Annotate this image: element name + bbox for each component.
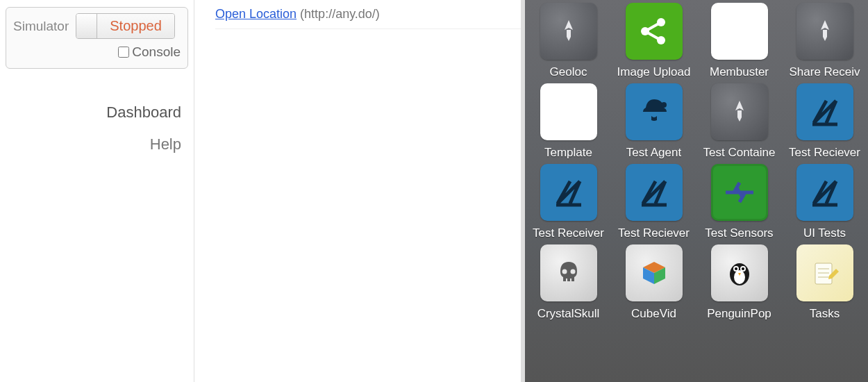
location-url-text: (http://any.do/) [300, 7, 380, 21]
app-label: Geoloc [550, 65, 587, 79]
nav-dashboard[interactable]: Dashboard [6, 103, 181, 122]
simulator-status-text: Stopped [97, 14, 174, 38]
compass-icon [796, 83, 853, 140]
notes-icon [796, 244, 853, 301]
simulator-label: Simulator [13, 19, 69, 34]
app-label: Share Receiv [789, 65, 860, 79]
open-location-link[interactable]: Open Location [215, 7, 297, 21]
sidebar: Simulator Stopped Console Dashboard Help [0, 0, 194, 382]
skull-icon [540, 244, 597, 301]
blank-icon [711, 3, 768, 60]
app-image-upload[interactable]: Image Upload [613, 3, 694, 79]
app-label: CubeVid [631, 307, 676, 321]
share-icon [626, 3, 683, 60]
nav-help[interactable]: Help [6, 135, 181, 153]
console-label: Console [132, 44, 181, 60]
svg-point-3 [661, 102, 667, 108]
rocket-icon [711, 83, 768, 140]
compass-icon [626, 164, 683, 221]
app-label: Test Receiver [533, 226, 604, 240]
rocket-icon [796, 3, 853, 60]
svg-point-7 [734, 270, 745, 284]
app-label: Test Reciever [789, 146, 860, 160]
cube-icon [626, 244, 683, 301]
app-label: Test Containe [703, 146, 776, 160]
app-label: PenguinPop [707, 307, 771, 321]
console-checkbox[interactable] [118, 47, 129, 58]
simulator-toggle-button[interactable]: Stopped [76, 13, 175, 39]
app-label: CrystalSkull [537, 307, 600, 321]
svg-rect-12 [815, 263, 832, 284]
sherlock-icon [626, 83, 683, 140]
compass-icon [796, 164, 853, 221]
app-label: Membuster [710, 65, 769, 79]
app-test-receiver1[interactable]: Test Reciever [784, 83, 865, 160]
app-template[interactable]: Template [528, 83, 609, 160]
main-content: Open Location (http://any.do/) Geoloc Im… [194, 0, 868, 382]
app-test-receiver2[interactable]: Test Receiver [528, 164, 609, 240]
svg-point-11 [742, 267, 744, 270]
app-tasks[interactable]: Tasks [784, 244, 865, 321]
svg-point-10 [735, 267, 737, 270]
simulator-control-panel: Simulator Stopped Console [6, 7, 188, 69]
app-penguinpop[interactable]: PenguinPop [699, 244, 780, 321]
device-simulator-screen: Geoloc Image Upload Membuster Share Rece… [521, 0, 868, 382]
sensors-icon [711, 164, 768, 221]
svg-point-5 [570, 269, 575, 274]
app-label: UI Tests [803, 226, 846, 240]
app-label: Image Upload [617, 65, 691, 79]
rocket-icon [540, 3, 597, 60]
console-checkbox-row[interactable]: Console [13, 44, 181, 60]
app-share-receive[interactable]: Share Receiv [784, 3, 865, 79]
toggle-handle [76, 14, 97, 38]
penguin-icon [711, 244, 768, 301]
app-cubevid[interactable]: CubeVid [613, 244, 694, 321]
app-test-sensors[interactable]: Test Sensors [699, 164, 780, 240]
app-geoloc[interactable]: Geoloc [528, 3, 609, 79]
app-test-receiver3[interactable]: Test Reciever [613, 164, 694, 240]
app-grid: Geoloc Image Upload Membuster Share Rece… [528, 3, 865, 321]
app-test-agent[interactable]: Test Agent [613, 83, 694, 160]
app-test-container[interactable]: Test Containe [699, 83, 780, 160]
app-label: Test Agent [626, 146, 681, 160]
app-membuster[interactable]: Membuster [699, 3, 780, 79]
app-crystalskull[interactable]: CrystalSkull [528, 244, 609, 321]
compass-icon [540, 164, 597, 221]
app-label: Tasks [810, 307, 840, 321]
sidebar-nav: Dashboard Help [6, 103, 188, 153]
blank-icon [540, 83, 597, 140]
app-label: Test Reciever [618, 226, 690, 240]
app-label: Test Sensors [705, 226, 773, 240]
app-ui-tests[interactable]: UI Tests [784, 164, 865, 240]
svg-point-4 [562, 269, 567, 274]
app-label: Template [544, 146, 592, 160]
